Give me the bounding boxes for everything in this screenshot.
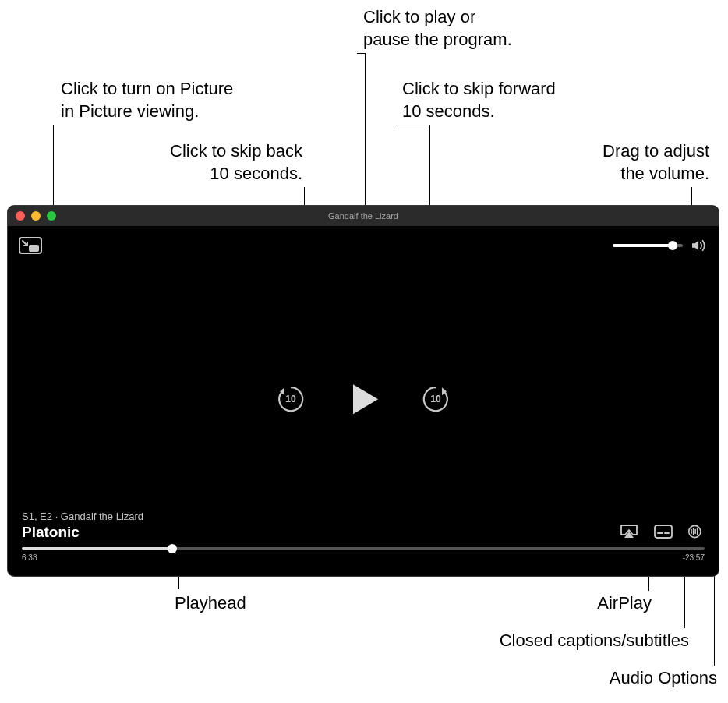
play-pause-button[interactable] — [341, 377, 385, 421]
playback-info-bar: S1, E2 · Gandalf the Lizard Platonic — [8, 510, 719, 576]
callout-captions: Closed captions/subtitles — [500, 630, 689, 652]
skip-forward-seconds: 10 — [420, 394, 451, 404]
volume-icon — [691, 238, 708, 253]
audio-options-button[interactable] — [687, 524, 705, 539]
skip-back-button[interactable]: 10 — [275, 383, 306, 415]
time-remaining: -23:57 — [683, 553, 705, 562]
callout-audio-options: Audio Options — [610, 667, 717, 690]
svg-rect-1 — [29, 245, 39, 252]
video-area: 10 10 S1, E2 · Gandalf the Lizard Pl — [8, 226, 719, 576]
playback-option-icons — [619, 524, 705, 541]
skip-forward-button[interactable]: 10 — [420, 383, 451, 415]
window-title: Gandalf the Lizard — [8, 211, 719, 221]
callout-skip-forward: Click to skip forward 10 seconds. — [402, 78, 556, 122]
window-titlebar: Gandalf the Lizard — [8, 206, 719, 226]
svg-rect-2 — [655, 525, 672, 538]
airplay-button[interactable] — [619, 524, 639, 539]
scrubber-fill — [22, 547, 172, 550]
skip-back-seconds: 10 — [275, 394, 306, 404]
playback-controls: 10 10 — [275, 377, 451, 421]
callout-playhead: Playhead — [175, 592, 246, 615]
episode-meta: S1, E2 · Gandalf the Lizard — [22, 510, 143, 522]
callout-airplay: AirPlay — [597, 592, 652, 615]
volume-slider-knob[interactable] — [668, 241, 677, 250]
picture-in-picture-button[interactable] — [19, 237, 42, 254]
callout-pip: Click to turn on Picture in Picture view… — [61, 78, 233, 122]
scrubber-track[interactable] — [22, 547, 705, 550]
playhead[interactable] — [168, 544, 177, 553]
picture-in-picture-icon — [19, 237, 42, 254]
play-icon — [344, 380, 383, 419]
volume-slider[interactable] — [613, 244, 683, 247]
time-elapsed: 6:38 — [22, 553, 37, 562]
captions-button[interactable] — [653, 524, 673, 539]
callout-play-pause: Click to play or pause the program. — [363, 6, 512, 51]
callout-skip-back: Click to skip back 10 seconds. — [170, 140, 302, 185]
svg-point-5 — [689, 525, 701, 537]
volume-slider-fill — [613, 244, 673, 247]
video-player-window: Gandalf the Lizard — [8, 206, 719, 576]
callout-volume: Drag to adjust the volume. — [603, 140, 709, 185]
show-title: Platonic — [22, 524, 143, 541]
volume-control — [613, 238, 708, 253]
